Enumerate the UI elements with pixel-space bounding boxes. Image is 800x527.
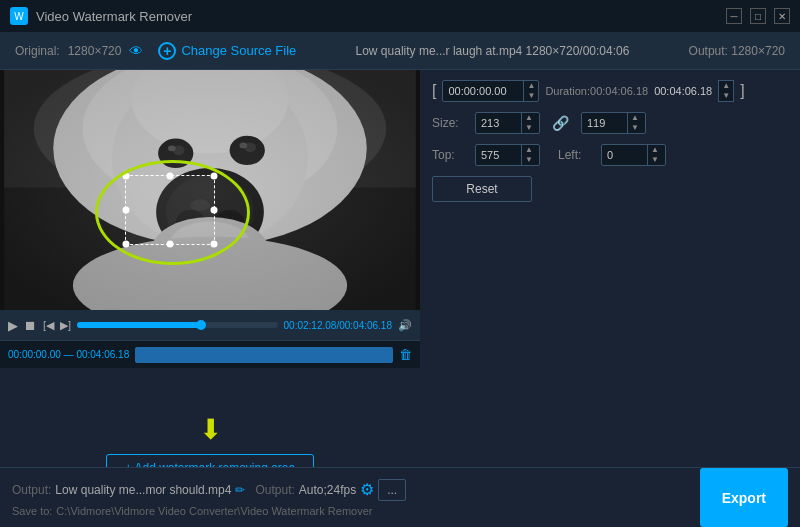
width-down[interactable]: ▼ xyxy=(522,123,536,133)
handle-top-center[interactable] xyxy=(167,173,174,180)
bracket-close: ] xyxy=(740,82,744,100)
footer-format-label: Output: xyxy=(255,483,294,497)
width-spinners: ▲ ▼ xyxy=(521,113,536,133)
timeline-delete-button[interactable]: 🗑 xyxy=(399,347,412,362)
height-input[interactable] xyxy=(582,114,627,132)
left-label: Left: xyxy=(558,148,593,162)
time-range-row: [ ▲ ▼ Duration:00:04:06.18 00:04:06.18 ▲… xyxy=(432,80,788,102)
plus-circle-icon: + xyxy=(158,42,176,60)
top-input-group: ▲ ▼ xyxy=(475,144,540,166)
left-input[interactable] xyxy=(602,146,647,164)
change-source-label: Change Source File xyxy=(181,43,296,58)
left-column: ▶ ⏹ [◀ ▶] 00:02:12.08/00:04:06.18 🔊 00:0… xyxy=(0,70,420,527)
top-bar: Original: 1280×720 👁 + Change Source Fil… xyxy=(0,32,800,70)
close-button[interactable]: ✕ xyxy=(774,8,790,24)
position-row: Top: ▲ ▼ Left: ▲ ▼ xyxy=(432,144,788,166)
size-label: Size: xyxy=(432,116,467,130)
timeline-row: 00:00:00.00 — 00:04:06.18 🗑 xyxy=(0,340,420,368)
top-label: Top: xyxy=(432,148,467,162)
save-path: C:\Vidmore\Vidmore Video Converter\Video… xyxy=(56,505,372,517)
progress-bar[interactable] xyxy=(77,322,277,328)
handle-top-right[interactable] xyxy=(211,173,218,180)
app-icon: W xyxy=(10,7,28,25)
end-time-up[interactable]: ▲ xyxy=(719,81,733,91)
footer-bar: Output: Low quality me...mor should.mp4 … xyxy=(0,467,800,527)
footer-output-section: Output: Low quality me...mor should.mp4 … xyxy=(12,483,245,497)
height-up[interactable]: ▲ xyxy=(628,113,642,123)
app-title: Video Watermark Remover xyxy=(36,9,192,24)
eye-icon[interactable]: 👁 xyxy=(129,43,143,59)
bracket-open: [ xyxy=(432,82,436,100)
minimize-button[interactable]: ─ xyxy=(726,8,742,24)
start-time-up[interactable]: ▲ xyxy=(524,81,538,91)
left-down[interactable]: ▼ xyxy=(648,155,662,165)
file-info: Low quality me...r laugh at.mp4 1280×720… xyxy=(311,44,673,58)
selection-box[interactable] xyxy=(125,175,215,245)
footer-left: Output: Low quality me...mor should.mp4 … xyxy=(12,479,690,517)
window-controls: ─ □ ✕ xyxy=(726,8,790,24)
size-row: Size: ▲ ▼ 🔗 ▲ ▼ xyxy=(432,112,788,134)
footer-output-label: Output: xyxy=(12,483,51,497)
handle-middle-right[interactable] xyxy=(211,207,218,214)
output-label: Output: xyxy=(689,44,728,58)
output-resolution: 1280×720 xyxy=(731,44,785,58)
right-panel: [ ▲ ▼ Duration:00:04:06.18 00:04:06.18 ▲… xyxy=(420,70,800,527)
edit-icon[interactable]: ✏ xyxy=(235,483,245,497)
footer-output-file: Low quality me...mor should.mp4 xyxy=(55,483,231,497)
export-button[interactable]: Export xyxy=(700,468,788,527)
timeline-track[interactable] xyxy=(135,347,393,363)
progress-fill xyxy=(77,322,201,328)
handle-bottom-right[interactable] xyxy=(211,241,218,248)
width-input-group: ▲ ▼ xyxy=(475,112,540,134)
prev-frame-button[interactable]: [◀ xyxy=(43,319,54,332)
handle-middle-left[interactable] xyxy=(123,207,130,214)
playback-controls: ▶ ⏹ [◀ ▶] 00:02:12.08/00:04:06.18 🔊 xyxy=(0,310,420,340)
duration-label: Duration:00:04:06.18 xyxy=(545,85,648,97)
video-container xyxy=(0,70,420,310)
height-input-group: ▲ ▼ xyxy=(581,112,646,134)
footer-format-value: Auto;24fps xyxy=(299,483,356,497)
maximize-button[interactable]: □ xyxy=(750,8,766,24)
left-input-group: ▲ ▼ xyxy=(601,144,666,166)
link-icon[interactable]: 🔗 xyxy=(552,115,569,131)
start-time-input[interactable] xyxy=(443,82,523,100)
stop-button[interactable]: ⏹ xyxy=(24,318,37,333)
width-input[interactable] xyxy=(476,114,521,132)
next-frame-button[interactable]: ▶] xyxy=(60,319,71,332)
end-time-display: 00:04:06.18 xyxy=(654,85,712,97)
width-up[interactable]: ▲ xyxy=(522,113,536,123)
volume-button[interactable]: 🔊 xyxy=(398,319,412,332)
top-down[interactable]: ▼ xyxy=(522,155,536,165)
original-info: Original: 1280×720 👁 xyxy=(15,43,143,59)
change-source-button[interactable]: + Change Source File xyxy=(158,42,296,60)
original-label: Original: xyxy=(15,44,60,58)
handle-bottom-left[interactable] xyxy=(123,241,130,248)
progress-thumb[interactable] xyxy=(196,320,206,330)
top-spinners: ▲ ▼ xyxy=(521,145,536,165)
gear-icon[interactable]: ⚙ xyxy=(360,480,374,499)
start-time-input-group: ▲ ▼ xyxy=(442,80,539,102)
down-arrow-icon: ⬇ xyxy=(199,413,222,446)
title-bar: W Video Watermark Remover ─ □ ✕ xyxy=(0,0,800,32)
timeline-start: 00:00:00.00 — 00:04:06.18 xyxy=(8,349,129,360)
footer-output-row: Output: Low quality me...mor should.mp4 … xyxy=(12,479,406,501)
left-up[interactable]: ▲ xyxy=(648,145,662,155)
handle-bottom-center[interactable] xyxy=(167,241,174,248)
footer-info-col: Output: Low quality me...mor should.mp4 … xyxy=(12,479,406,517)
top-up[interactable]: ▲ xyxy=(522,145,536,155)
title-bar-left: W Video Watermark Remover xyxy=(10,7,192,25)
play-button[interactable]: ▶ xyxy=(8,318,18,333)
reset-button[interactable]: Reset xyxy=(432,176,532,202)
more-button[interactable]: ... xyxy=(378,479,406,501)
handle-top-left[interactable] xyxy=(123,173,130,180)
save-to-label: Save to: xyxy=(12,505,52,517)
start-time-spinners: ▲ ▼ xyxy=(523,81,538,101)
left-spinners: ▲ ▼ xyxy=(647,145,662,165)
height-down[interactable]: ▼ xyxy=(628,123,642,133)
end-time-down[interactable]: ▼ xyxy=(719,91,733,101)
time-display: 00:02:12.08/00:04:06.18 xyxy=(284,320,392,331)
start-time-down[interactable]: ▼ xyxy=(524,91,538,101)
reset-row: Reset xyxy=(432,176,788,202)
top-input[interactable] xyxy=(476,146,521,164)
footer-format-section: Output: Auto;24fps ⚙ xyxy=(255,480,374,499)
